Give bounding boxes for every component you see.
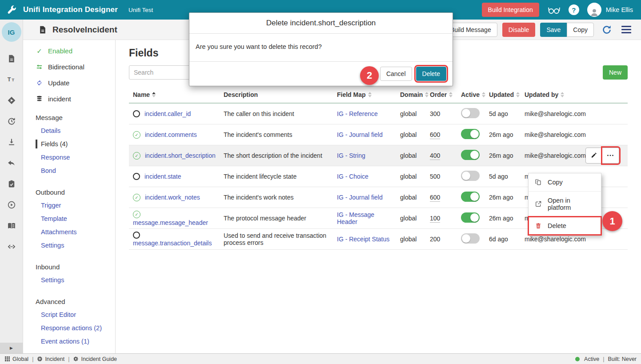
order-value[interactable]: 600 (430, 131, 440, 139)
text-fields-rail-icon[interactable]: TT (7, 75, 16, 84)
edit-button[interactable] (585, 148, 602, 164)
status-label: Update (48, 79, 69, 87)
column-header-order[interactable]: Order (430, 91, 461, 98)
field-name-link[interactable]: incident.state (144, 173, 181, 180)
delete-confirmation-modal: Delete incident.short_description Are yo… (189, 12, 453, 86)
wrench-logo-icon (6, 4, 17, 15)
status-label: Enabled (48, 47, 72, 55)
sidebar-item-fields-4[interactable]: Fields (4) (41, 137, 115, 151)
workspace-name[interactable]: Unifi Test (128, 7, 153, 13)
sidebar-item-template[interactable]: Template (41, 212, 115, 225)
disable-button[interactable]: Disable (502, 23, 536, 37)
row-context-menu: CopyOpen in platformDelete (528, 173, 601, 235)
active-toggle[interactable] (461, 150, 480, 160)
statusbar-incident-guide[interactable]: Incident Guide (73, 356, 117, 362)
column-header-name[interactable]: Name (129, 91, 224, 98)
field-name-link[interactable]: incident.work_notes (145, 194, 200, 201)
sidebar-item-details[interactable]: Details (41, 124, 115, 137)
sidebar-section-advanced: Advanced (36, 298, 115, 305)
user-avatar[interactable] (587, 3, 601, 17)
column-header-active[interactable]: Active (461, 91, 489, 98)
menu-item-open-in-platform[interactable]: Open in platform (529, 191, 601, 216)
more-actions-button[interactable]: ... (602, 148, 619, 164)
integration-avatar[interactable]: IG (2, 22, 21, 42)
sidebar-item-settings[interactable]: Settings (41, 273, 115, 287)
sidebar-item-attachments[interactable]: Attachments (41, 225, 115, 239)
user-name[interactable]: Mike Ellis (606, 6, 633, 13)
refresh-icon[interactable] (601, 24, 612, 35)
field-map-link[interactable]: IG - String (337, 152, 365, 159)
reply-rail-icon[interactable] (7, 159, 16, 168)
status-label: Bidirectional (48, 63, 84, 71)
cancel-button[interactable]: Cancel (380, 67, 412, 81)
annotation-step-1: 1 (602, 211, 622, 231)
copy-button[interactable]: Copy (567, 23, 594, 37)
order-value[interactable]: 400 (430, 152, 440, 160)
field-map-link[interactable]: IG - Journal field (337, 131, 383, 138)
field-map-link[interactable]: IG - Receipt Status (337, 236, 389, 243)
sidebar-item-response-actions-2[interactable]: Response actions (2) (41, 321, 115, 335)
column-header-field-map[interactable]: Field Map (337, 91, 400, 98)
field-name-link[interactable]: incident.comments (145, 131, 197, 138)
sidebar-item-response[interactable]: Response (41, 151, 115, 164)
column-header-updated[interactable]: Updated (489, 91, 525, 98)
annotation-step-2: 2 (360, 66, 379, 85)
sort-carets-icon (425, 92, 429, 97)
field-name-link[interactable]: incident.caller_id (144, 110, 191, 117)
new-button[interactable]: New (603, 65, 628, 80)
gear-icon (73, 356, 79, 362)
active-toggle[interactable] (461, 129, 480, 139)
field-name-link[interactable]: incident.short_description (145, 152, 216, 159)
field-name-link[interactable]: message.transaction_details (133, 240, 212, 247)
swap-icon (36, 63, 43, 71)
statusbar-incident[interactable]: Incident (37, 356, 64, 362)
sidebar-item-trigger[interactable]: Trigger (41, 199, 115, 212)
updated-by-value: mike@sharelogic.com (525, 108, 628, 120)
updated-value: 26m ago (489, 212, 525, 224)
menu-item-copy[interactable]: Copy (529, 173, 601, 191)
send-diamond-rail-icon[interactable] (7, 96, 16, 105)
build-integration-button[interactable]: Build Integration (482, 3, 539, 17)
document-rail-icon[interactable] (7, 54, 16, 63)
active-toggle[interactable] (461, 192, 480, 202)
column-header-description[interactable]: Description (224, 91, 337, 98)
menu-item-delete[interactable]: Delete (529, 216, 601, 235)
preview-glasses-icon[interactable] (547, 4, 561, 16)
active-toggle[interactable] (461, 233, 480, 244)
expand-rail-button[interactable]: ▶ (0, 343, 23, 353)
order-value[interactable]: 100 (430, 215, 440, 223)
sidebar-item-event-actions-1[interactable]: Event actions (1) (41, 335, 115, 348)
column-header-domain[interactable]: Domain (400, 91, 430, 98)
updated-value: 26m ago (489, 129, 525, 140)
active-toggle[interactable] (461, 171, 480, 181)
field-map-link[interactable]: IG - Message Header (337, 211, 374, 225)
active-toggle[interactable] (461, 108, 480, 118)
help-icon[interactable]: ? (569, 4, 579, 15)
column-header-updated-by[interactable]: Updated by (525, 91, 628, 98)
app-title: Unifi Integration Designer (23, 5, 118, 14)
sort-carets-icon (561, 92, 564, 97)
active-status-icon: ✓ (133, 152, 140, 160)
download-rail-icon[interactable] (7, 138, 16, 147)
documentation-rail-icon[interactable] (7, 221, 16, 230)
field-map-link[interactable]: IG - Journal field (337, 194, 383, 201)
code-rail-icon[interactable] (7, 242, 16, 251)
delete-confirm-button[interactable]: Delete (416, 67, 446, 81)
menu-hamburger-icon[interactable] (621, 26, 631, 33)
sidebar-item-script-editor[interactable]: Script Editor (41, 308, 115, 321)
updated-value: 26m ago (489, 192, 525, 203)
updated-value: 5d ago (489, 108, 525, 120)
order-value[interactable]: 600 (430, 194, 440, 202)
tasks-rail-icon[interactable] (7, 180, 16, 188)
run-rail-icon[interactable] (7, 200, 16, 209)
field-map-link[interactable]: IG - Choice (337, 173, 369, 180)
history-rail-icon[interactable] (7, 117, 16, 126)
updated-value: 26m ago (489, 150, 525, 161)
save-button[interactable]: Save (540, 23, 567, 37)
statusbar-global[interactable]: Global (4, 356, 28, 362)
field-map-link[interactable]: IG - Reference (337, 110, 378, 117)
field-name-link[interactable]: message.message_header (133, 219, 208, 226)
active-toggle[interactable] (461, 212, 480, 223)
sidebar-item-bond[interactable]: Bond (41, 164, 115, 177)
sidebar-item-settings[interactable]: Settings (41, 239, 115, 252)
